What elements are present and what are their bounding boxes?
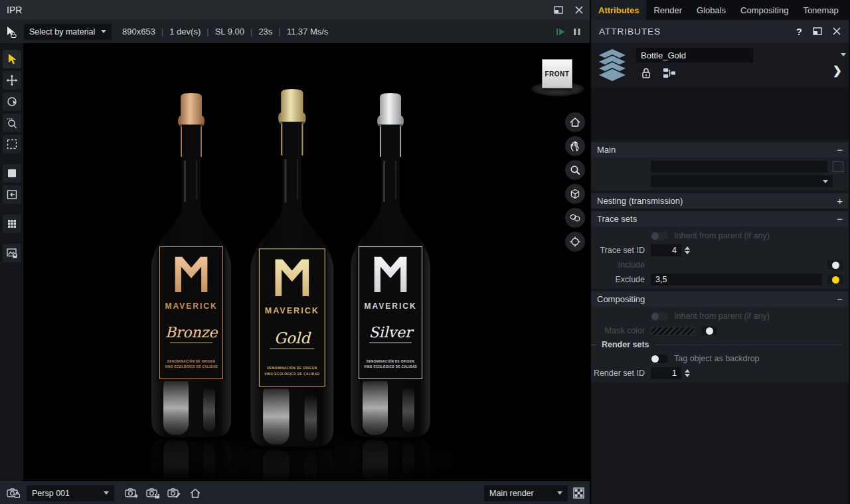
exclude-dot bbox=[832, 276, 839, 284]
panel-header: ATTRIBUTES ? bbox=[591, 20, 849, 42]
chevron-down-icon bbox=[823, 180, 828, 183]
play-button[interactable] bbox=[555, 27, 566, 37]
compositing-inherit-toggle[interactable] bbox=[651, 312, 668, 321]
channels-grid-button[interactable] bbox=[3, 214, 21, 233]
trace-set-id-stepper[interactable] bbox=[685, 246, 690, 254]
tab-attributes[interactable]: Attributes bbox=[591, 0, 646, 20]
app-window: IPR Select by material 890x653| 1 dev(s) bbox=[0, 0, 850, 504]
exclude-toggle[interactable] bbox=[827, 275, 843, 284]
mask-color-row: Mask color bbox=[591, 323, 845, 338]
collapse-icon[interactable]: − bbox=[837, 214, 843, 224]
trace-set-id-input[interactable]: 4 bbox=[651, 244, 681, 256]
save-image-button[interactable] bbox=[3, 244, 21, 262]
section-nesting-header[interactable]: Nesting (transmission) + bbox=[591, 193, 849, 209]
include-row: Include bbox=[591, 258, 845, 272]
home-icon bbox=[189, 487, 201, 499]
home-camera-button[interactable] bbox=[187, 487, 203, 499]
backdrop-toggle[interactable] bbox=[651, 355, 668, 363]
trace-set-id-row: Trace set ID 4 bbox=[591, 243, 845, 258]
exclude-input[interactable]: 3,5 bbox=[651, 274, 822, 286]
section-trace-header[interactable]: Trace sets − bbox=[591, 211, 849, 226]
tab-tonemap[interactable]: Tonemap bbox=[796, 0, 845, 20]
expand-icon[interactable]: + bbox=[837, 196, 843, 206]
focus-target-button[interactable] bbox=[565, 232, 585, 252]
orbit-tool-button[interactable] bbox=[3, 92, 21, 111]
section-main-header[interactable]: Main − bbox=[591, 142, 849, 157]
select-mode-dropdown[interactable]: Select by material bbox=[24, 24, 112, 40]
panel-tabbar: Attributes Render Globals Compositing To… bbox=[591, 0, 849, 20]
dock-panel-button[interactable] bbox=[3, 185, 21, 204]
tab-compositing[interactable]: Compositing bbox=[733, 0, 796, 20]
tab-render[interactable]: Render bbox=[646, 0, 689, 20]
pan-view-button[interactable] bbox=[565, 136, 585, 156]
trace-set-id-label: Trace set ID bbox=[591, 246, 651, 255]
object-color-swatch[interactable] bbox=[833, 161, 843, 172]
mask-color-label: Mask color bbox=[591, 326, 651, 335]
node-graph-icon[interactable] bbox=[663, 68, 676, 78]
close-icon[interactable] bbox=[833, 27, 841, 35]
edit-camera-button[interactable] bbox=[166, 487, 182, 499]
lock-icon[interactable] bbox=[641, 68, 651, 78]
select-tool-button[interactable] bbox=[3, 50, 21, 68]
section-compositing-header[interactable]: Compositing − bbox=[591, 292, 849, 307]
help-icon[interactable]: ? bbox=[796, 26, 802, 37]
zoom-region-tool-button[interactable] bbox=[3, 114, 21, 132]
marquee-select-tool-button[interactable] bbox=[3, 135, 21, 153]
camera-value: Persp 001 bbox=[32, 489, 70, 498]
target-icon bbox=[569, 236, 581, 248]
frame-all-button[interactable] bbox=[565, 208, 585, 228]
add-camera-button[interactable] bbox=[124, 487, 139, 499]
exclude-label: Exclude bbox=[591, 275, 651, 284]
mask-color-toggle[interactable] bbox=[701, 326, 717, 335]
expand-chevron-icon[interactable]: ❯ bbox=[833, 64, 842, 78]
mask-color-swatch[interactable] bbox=[651, 327, 695, 335]
grid-icon bbox=[6, 218, 18, 230]
pan-tool-button[interactable] bbox=[3, 71, 21, 90]
camera-save-icon bbox=[146, 487, 160, 499]
view-cube-gizmo[interactable]: FRONT bbox=[530, 56, 586, 100]
frame-object-button[interactable] bbox=[565, 184, 585, 204]
panel-title: ATTRIBUTES bbox=[599, 27, 661, 37]
ipr-title: IPR bbox=[7, 5, 22, 15]
dock-left-icon bbox=[6, 189, 18, 201]
region-render-button[interactable] bbox=[3, 164, 21, 183]
render-set-id-stepper[interactable] bbox=[685, 369, 690, 377]
render-set-id-input[interactable]: 1 bbox=[651, 367, 681, 379]
chevron-down-icon[interactable] bbox=[841, 53, 846, 56]
gizmo-front-face[interactable]: FRONT bbox=[542, 59, 572, 88]
viewport-nav-buttons bbox=[565, 112, 585, 252]
ipr-window: IPR Select by material 890x653| 1 dev(s) bbox=[0, 0, 591, 504]
home-view-button[interactable] bbox=[565, 112, 585, 132]
alpha-checker-button[interactable] bbox=[573, 487, 584, 499]
exclude-value: 3,5 bbox=[655, 275, 667, 284]
cube-icon bbox=[569, 188, 581, 200]
compositing-inherit-row: Inherit from parent (if any) bbox=[591, 309, 845, 323]
render-viewport[interactable]: MAVERICK Bronze DENOMINACIÓN DE ORIGEN V… bbox=[23, 43, 590, 481]
include-toggle[interactable] bbox=[827, 260, 843, 270]
render-channel-dropdown[interactable]: Main render bbox=[484, 485, 568, 501]
trace-inherit-toggle[interactable] bbox=[651, 232, 668, 240]
hand-icon bbox=[569, 140, 581, 152]
save-camera-button[interactable] bbox=[145, 487, 161, 499]
pause-button[interactable] bbox=[572, 27, 582, 37]
visibility-dropdown[interactable] bbox=[651, 175, 833, 187]
render-set-id-label: Render set ID bbox=[591, 369, 651, 378]
collapse-icon[interactable]: − bbox=[837, 294, 843, 304]
render-set-id-value: 1 bbox=[672, 369, 677, 378]
cubes-icon bbox=[569, 212, 581, 224]
square-icon bbox=[6, 167, 18, 179]
camera-dropdown[interactable]: Persp 001 bbox=[27, 485, 114, 501]
section-compositing: Compositing − Inherit from parent (if an… bbox=[591, 292, 849, 382]
dock-window-icon[interactable] bbox=[813, 27, 822, 35]
stat-devices: 1 dev(s) bbox=[169, 27, 201, 37]
search-icon bbox=[569, 164, 581, 176]
alias-input[interactable] bbox=[651, 161, 827, 173]
tab-globals[interactable]: Globals bbox=[689, 0, 733, 20]
collapse-icon[interactable]: − bbox=[837, 145, 843, 155]
ipr-toolbar: Select by material 890x653| 1 dev(s)| SL… bbox=[0, 20, 590, 43]
dock-window-icon[interactable] bbox=[554, 6, 563, 14]
close-icon[interactable] bbox=[575, 6, 583, 14]
zoom-view-button[interactable] bbox=[565, 160, 585, 180]
object-name-field[interactable]: Bottle_Gold bbox=[636, 48, 753, 62]
backdrop-row: Tag object as backdrop bbox=[591, 351, 845, 366]
